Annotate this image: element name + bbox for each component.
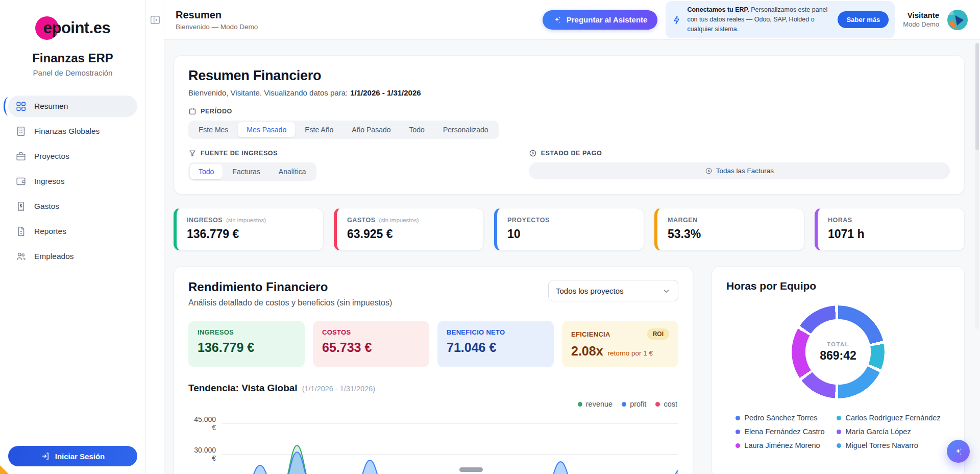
legend-revenue: revenue [578, 400, 612, 408]
y-tick-45000: 45.000 € [194, 415, 216, 432]
trend-legend: revenue profit cost [189, 400, 677, 408]
kpi-card-gastos: GASTOS(sin impuestos) 63.925 € [334, 208, 484, 251]
sparkle-icon [954, 447, 963, 456]
kpi-label: PROYECTOS [507, 217, 550, 224]
content: Resumen Financiero Bienvenido, Visitante… [164, 40, 980, 474]
team-member: Elena Fernández Castro [736, 428, 824, 436]
y-axis: 45.000 € 30.000 € [188, 414, 222, 474]
ask-assistant-button[interactable]: Preguntar al Asistente [543, 10, 658, 30]
performance-subtitle: Análisis detallado de costos y beneficio… [188, 298, 392, 307]
period-option-personalizado[interactable]: Personalizado [434, 122, 497, 137]
receipt-icon: $ [15, 201, 27, 212]
kpi-row: INGRESOS(sin impuestos) 136.779 € GASTOS… [174, 208, 965, 251]
topbar: Resumen Bienvenido — Modo Demo Preguntar… [164, 0, 980, 40]
brand-logo: epoint.es [0, 16, 145, 40]
donut-total-value: 869:42 [820, 349, 856, 363]
kpi-card-horas: HORAS 1071 h [815, 208, 965, 251]
project-filter-select[interactable]: Todos los proyectos [548, 280, 678, 301]
source-option-todo[interactable]: Todo [190, 164, 223, 179]
sidebar-collapse-button[interactable] [149, 14, 161, 27]
erp-connect-banner: Conectamos tu ERP. Personalizamos este p… [666, 1, 895, 38]
period-option-ano-pasado[interactable]: Año Pasado [343, 122, 399, 137]
user-mode: Modo Demo [903, 20, 939, 29]
dollar-circle-icon: $ [529, 149, 537, 157]
team-member: Laura Jiménez Moreno [736, 441, 824, 449]
payment-status-label: $ ESTADO DE PAGO [529, 149, 950, 157]
app-name: Finanzas ERP [0, 51, 145, 65]
team-hours-donut: TOTAL 869:42 [792, 305, 885, 398]
period-option-todo[interactable]: Todo [401, 122, 433, 137]
page-scrollbar-thumb[interactable] [975, 43, 979, 150]
banner-text-bold: Conectamos tu ERP. [687, 6, 749, 13]
lightning-icon [672, 15, 682, 25]
kpi-value: 136.779 € [187, 227, 313, 241]
tile-value: 71.046 € [447, 340, 545, 355]
sidebar-item-gastos[interactable]: $ Gastos [8, 196, 137, 217]
brand-logo-text: epoint.es [43, 19, 111, 37]
team-hours-card: Horas por Equipo TOTAL 869:42 Pedro Sánc… [712, 266, 965, 474]
learn-more-button[interactable]: Saber más [838, 11, 889, 28]
period-option-este-ano[interactable]: Este Año [296, 122, 342, 137]
avatar-image [947, 10, 968, 30]
chart-scrollbar-thumb[interactable] [459, 467, 483, 472]
legend-dot [837, 430, 841, 434]
sidebar-item-label: Resumen [34, 102, 68, 111]
sidebar-gutter [146, 0, 164, 474]
tile-eficiencia: EFICIENCIAROI 2.08xretorno por 1 € [562, 321, 678, 367]
main-area: Resumen Bienvenido — Modo Demo Preguntar… [164, 0, 980, 474]
calendar-icon [188, 107, 197, 115]
avatar[interactable] [947, 10, 968, 30]
legend-dot [837, 443, 841, 448]
page-scrollbar[interactable] [975, 43, 979, 329]
sidebar-item-empleados[interactable]: Empleados [8, 246, 137, 267]
kpi-label: MARGEN [668, 217, 698, 224]
report-icon [15, 226, 27, 237]
kpi-label: HORAS [828, 217, 852, 224]
source-option-analitica[interactable]: Analítica [270, 164, 315, 179]
users-icon [15, 251, 27, 262]
user-name: Visitante [903, 10, 939, 20]
kpi-note: (sin impuestos) [226, 217, 266, 223]
period-option-este-mes[interactable]: Este Mes [190, 122, 237, 137]
trend-title: Tendencia: Vista Global [188, 383, 298, 394]
period-option-mes-pasado[interactable]: Mes Pasado [238, 122, 295, 137]
login-icon [41, 452, 50, 461]
sidebar-item-proyectos[interactable]: Proyectos [8, 146, 137, 167]
sparkle-icon [553, 15, 562, 25]
sidebar-item-finanzas-globales[interactable]: Finanzas Globales [8, 121, 137, 142]
trend-range: (1/1/2026 - 1/31/2026) [302, 385, 376, 393]
briefcase-icon [15, 151, 27, 162]
kpi-value: 1071 h [828, 227, 954, 241]
sidebar-item-label: Reportes [34, 227, 66, 236]
login-button[interactable]: Iniciar Sesión [8, 446, 137, 466]
team-member: Pedro Sánchez Torres [736, 414, 824, 422]
corner-accent [0, 465, 9, 474]
legend-dot [837, 416, 841, 420]
assistant-fab[interactable] [947, 440, 970, 463]
topbar-right: Preguntar al Asistente Conectamos tu ERP… [543, 1, 968, 38]
sidebar-item-ingresos[interactable]: Ingresos [8, 171, 137, 192]
dollar-circle-icon: $ [705, 167, 713, 175]
filters-row: FUENTE DE INGRESOS Todo Facturas Analíti… [188, 141, 950, 181]
period-segmented-control: Este Mes Mes Pasado Este Año Año Pasado … [188, 121, 499, 139]
legend-dot [655, 402, 660, 407]
tile-value: 2.08x [571, 344, 603, 359]
tile-beneficio-neto: BENEFICIO NETO 71.046 € [437, 321, 554, 367]
wallet-icon [15, 176, 27, 187]
date-range: 1/1/2026 - 1/31/2026 [350, 88, 421, 97]
svg-text:$: $ [532, 151, 534, 155]
payment-status-filter[interactable]: $ Todas las Facturas [529, 162, 950, 179]
banner-text: Conectamos tu ERP. Personalizamos este p… [687, 5, 832, 34]
source-option-facturas[interactable]: Facturas [224, 164, 268, 179]
kpi-label: INGRESOS [187, 217, 223, 224]
tile-ingresos: INGRESOS 136.779 € [188, 321, 305, 367]
team-member: Miguel Torres Navarro [837, 441, 940, 449]
tile-value: 136.779 € [198, 340, 296, 355]
sidebar-item-label: Ingresos [34, 177, 64, 186]
sidebar-item-reportes[interactable]: Reportes [8, 221, 137, 242]
legend-cost: cost [655, 400, 677, 408]
income-source-label: FUENTE DE INGRESOS [188, 149, 508, 157]
legend-dot [578, 402, 582, 407]
user-info: Visitante Modo Demo [903, 10, 939, 29]
sidebar-item-resumen[interactable]: Resumen [8, 96, 137, 117]
